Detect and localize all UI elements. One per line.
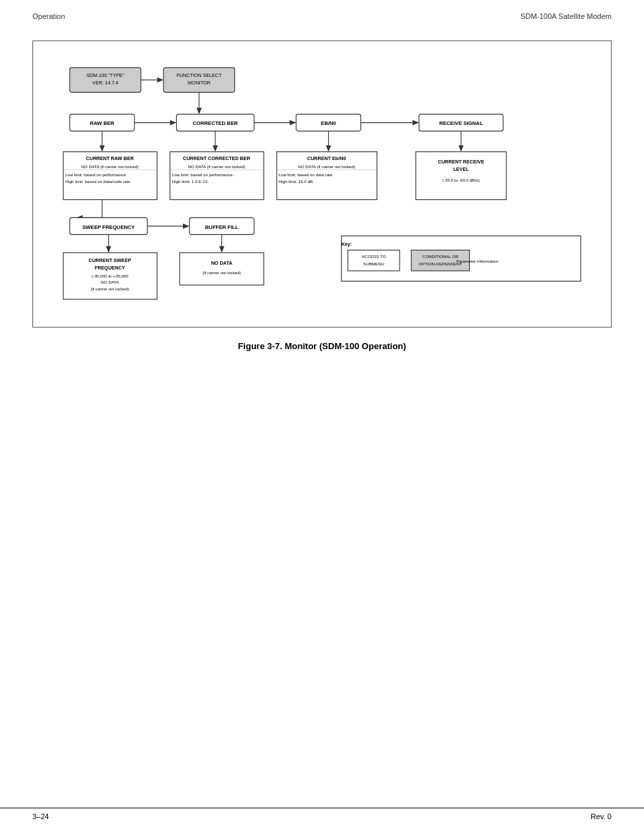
svg-marker-49	[458, 145, 464, 152]
svg-marker-64	[106, 246, 111, 253]
svg-marker-33	[213, 145, 218, 152]
svg-text:CURRENT RECEIVE: CURRENT RECEIVE	[438, 159, 485, 165]
svg-text:CORRECTED BER: CORRECTED BER	[193, 120, 238, 126]
svg-text:OPTION-DEPENDENT: OPTION-DEPENDENT	[419, 261, 462, 266]
svg-text:(if carrier not locked): (if carrier not locked)	[90, 286, 129, 291]
svg-marker-17	[290, 120, 296, 126]
header-right: SDM-100A Satellite Modem	[520, 12, 612, 20]
svg-text:RECEIVE SIGNAL: RECEIVE SIGNAL	[439, 120, 483, 126]
svg-marker-9	[196, 108, 202, 115]
svg-text:VER: 14.7.4: VER: 14.7.4	[92, 80, 119, 86]
svg-text:ACCESS TO: ACCESS TO	[362, 254, 386, 259]
svg-text:CONDITIONAL OR: CONDITIONAL OR	[423, 254, 459, 259]
svg-text:NO DATA (if carrier not locked: NO DATA (if carrier not locked)	[81, 164, 138, 169]
svg-text:Parameter Information: Parameter Information	[456, 259, 498, 263]
svg-text:BUFFER FILL: BUFFER FILL	[205, 224, 239, 230]
svg-text:NO DATA (if carrier not locked: NO DATA (if carrier not locked)	[298, 164, 355, 169]
figure-caption: Figure 3-7. Monitor (SDM-100 Operation)	[32, 341, 612, 351]
svg-text:(if carrier not locked): (if carrier not locked)	[203, 270, 241, 275]
header-left: Operation	[32, 12, 65, 20]
diagram-container: SDM-100 "TYPE" VER: 14.7.4 FUNCTION SELE…	[32, 41, 612, 328]
svg-text:NO DATA: NO DATA	[211, 261, 233, 266]
svg-text:High limit: 1.0 E-12.: High limit: 1.0 E-12.	[172, 179, 209, 184]
footer-left: 3–24	[32, 812, 49, 820]
svg-text:CURRENT CORRECTED BER: CURRENT CORRECTED BER	[183, 156, 250, 161]
svg-text:( 25.0 to -60.0 dBm): ( 25.0 to -60.0 dBm)	[442, 178, 479, 182]
svg-text:FUNCTION SELECT: FUNCTION SELECT	[176, 73, 222, 78]
svg-marker-25	[99, 145, 105, 152]
svg-text:Low limit: based on data rate.: Low limit: based on data rate.	[279, 172, 334, 177]
svg-text:EB/N0: EB/N0	[321, 120, 336, 126]
page-footer: 3–24 Rev. 0	[0, 808, 644, 820]
svg-text:(-35,000 to +35,000: (-35,000 to +35,000	[92, 273, 129, 278]
page-header: Operation SDM-100A Satellite Modem	[0, 0, 644, 27]
svg-text:NO DATA: NO DATA	[101, 280, 119, 284]
svg-text:High limit: based on data/code: High limit: based on data/code rate.	[65, 179, 132, 184]
svg-text:CURRENT  Eb/N0: CURRENT Eb/N0	[307, 156, 346, 161]
diagram-svg: SDM-100 "TYPE" VER: 14.7.4 FUNCTION SELE…	[44, 55, 600, 313]
svg-text:High limit: 16.0 dB.: High limit: 16.0 dB.	[279, 179, 314, 184]
svg-marker-21	[412, 120, 419, 126]
svg-rect-73	[180, 253, 264, 285]
svg-marker-13	[170, 120, 177, 126]
svg-marker-60	[183, 224, 190, 229]
svg-marker-4	[157, 78, 164, 83]
svg-text:LEVEL: LEVEL	[453, 167, 469, 172]
svg-text:Key:: Key:	[342, 242, 352, 247]
footer-right: Rev. 0	[591, 812, 612, 820]
main-content: SDM-100 "TYPE" VER: 14.7.4 FUNCTION SELE…	[0, 27, 644, 375]
svg-text:FREQUENCY: FREQUENCY	[95, 265, 125, 271]
svg-text:Low limit: based on performanc: Low limit: based on performance.	[172, 172, 234, 177]
svg-text:SDM-100 "TYPE": SDM-100 "TYPE"	[86, 73, 125, 78]
svg-text:RAW BER: RAW BER	[90, 120, 115, 126]
svg-text:MONITOR: MONITOR	[188, 80, 211, 86]
svg-marker-41	[326, 145, 331, 152]
svg-text:CURRENT SWEEP: CURRENT SWEEP	[88, 258, 131, 263]
svg-text:CURRENT RAW BER: CURRENT RAW BER	[86, 156, 134, 161]
svg-text:Low limit: based on performanc: Low limit: based on performance.	[65, 172, 128, 177]
svg-text:SWEEP FREQUENCY: SWEEP FREQUENCY	[82, 224, 135, 230]
svg-text:NO DATA (if carrier not locked: NO DATA (if carrier not locked)	[188, 164, 245, 169]
svg-text:SUBMENU: SUBMENU	[363, 261, 385, 266]
svg-marker-72	[219, 246, 225, 253]
